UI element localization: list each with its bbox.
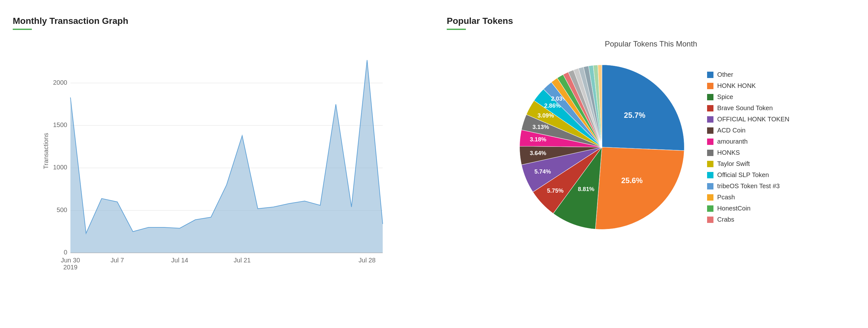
legend-item: Official SLP Token [707,171,789,178]
legend-label: Pcash [717,194,735,201]
legend-item: HonestCoin [707,205,789,212]
svg-text:2000: 2000 [53,79,67,86]
svg-text:3.18%: 3.18% [530,136,547,143]
legend-color-box [707,127,713,134]
svg-text:500: 500 [57,206,67,214]
legend-label: amouranth [717,138,748,145]
legend-label: HonestCoin [717,205,751,212]
pie-chart-svg: 25.7%25.6%8.81%5.75%5.74%3.64%3.18%3.13%… [513,58,691,236]
legend-color-box [707,72,713,78]
svg-text:3.64%: 3.64% [530,150,546,156]
legend-color-box [707,116,713,123]
right-panel: Popular Tokens Popular Tokens This Month… [443,9,859,319]
line-chart-svg: 0500100015002000TransactionsJun 302019Ju… [13,39,421,278]
left-title-underline [13,29,32,30]
svg-text:Jul 21: Jul 21 [234,257,250,264]
legend-label: Other [717,71,733,78]
legend-item: amouranth [707,138,789,145]
legend-item: Pcash [707,194,789,201]
legend-label: Crabs [717,216,734,223]
legend-label: tribeOS Token Test #3 [717,183,780,190]
legend-label: ACD Coin [717,127,746,134]
pie-subtitle: Popular Tokens This Month [605,39,697,48]
legend-label: OFFICIAL HONK TOKEN [717,116,789,123]
svg-text:25.7%: 25.7% [624,111,645,120]
right-panel-title: Popular Tokens [447,16,855,26]
legend-color-box [707,94,713,100]
legend-item: HONKS [707,149,789,156]
legend-color-box [707,105,713,111]
legend-item: Brave Sound Token [707,104,789,112]
legend-label: HONK HONK [717,82,756,90]
svg-text:Transactions: Transactions [42,133,50,169]
legend-label: Official SLP Token [717,171,769,178]
legend-item: Crabs [707,216,789,223]
legend-color-box [707,172,713,178]
legend-item: OFFICIAL HONK TOKEN [707,116,789,123]
legend-item: tribeOS Token Test #3 [707,183,789,190]
dashboard: Monthly Transaction Graph 05001000150020… [9,9,859,319]
pie-legend: OtherHONK HONKSpiceBrave Sound TokenOFFI… [707,71,789,223]
legend-color-box [707,183,713,190]
svg-text:Jul 28: Jul 28 [359,257,375,264]
svg-text:2019: 2019 [63,264,78,271]
legend-color-box [707,150,713,156]
legend-item: Spice [707,93,789,101]
left-panel: Monthly Transaction Graph 05001000150020… [9,9,425,319]
pie-content: 25.7%25.6%8.81%5.75%5.74%3.64%3.18%3.13%… [513,58,789,236]
svg-text:8.81%: 8.81% [578,186,594,192]
legend-item: Other [707,71,789,78]
legend-item: Taylor Swift [707,160,789,167]
legend-label: Brave Sound Token [717,104,773,112]
right-title-underline [447,29,466,30]
svg-text:3.09%: 3.09% [537,112,554,119]
svg-text:5.74%: 5.74% [534,168,551,175]
legend-color-box [707,83,713,89]
legend-color-box [707,138,713,145]
legend-label: Spice [717,93,733,101]
legend-label: Taylor Swift [717,160,750,167]
legend-color-box [707,161,713,167]
legend-item: ACD Coin [707,127,789,134]
legend-color-box [707,217,713,223]
legend-color-box [707,194,713,201]
line-chart-container: 0500100015002000TransactionsJun 302019Ju… [13,39,421,278]
svg-text:Jun 30: Jun 30 [61,257,80,264]
svg-text:1500: 1500 [53,121,67,128]
legend-item: HONK HONK [707,82,789,90]
left-panel-title: Monthly Transaction Graph [13,16,421,26]
svg-text:1000: 1000 [53,164,67,171]
svg-text:Jul 7: Jul 7 [111,257,124,264]
legend-color-box [707,205,713,212]
legend-label: HONKS [717,149,740,156]
svg-text:Jul 14: Jul 14 [171,257,188,264]
svg-text:3.13%: 3.13% [532,124,549,130]
svg-text:25.6%: 25.6% [621,176,642,185]
svg-text:0: 0 [64,249,67,256]
svg-text:5.75%: 5.75% [547,187,563,194]
